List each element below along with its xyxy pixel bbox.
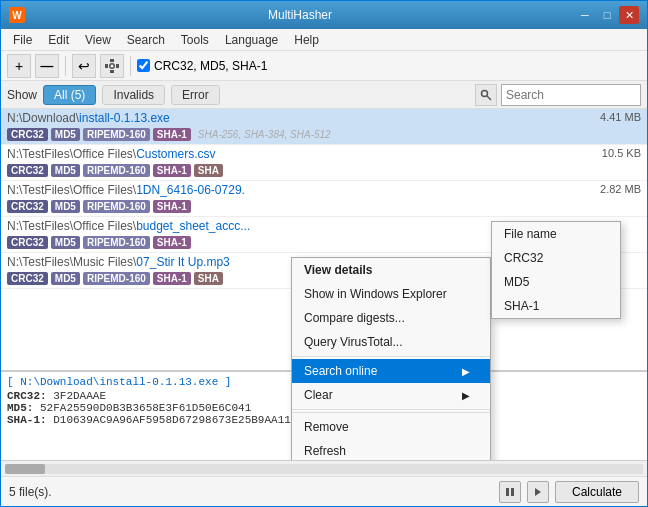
ctx-refresh[interactable]: Refresh: [292, 439, 490, 460]
app-icon: W: [9, 7, 25, 23]
settings-icon: [105, 59, 119, 73]
tag-sha1: SHA-1: [153, 164, 191, 177]
svg-line-7: [487, 96, 491, 100]
filter-error-button[interactable]: Error: [171, 85, 220, 105]
file-tags: CRC32 MD5 RIPEMD-160 SHA-1: [1, 199, 647, 216]
search-dropdown-button[interactable]: [475, 84, 497, 106]
menu-search[interactable]: Search: [119, 31, 173, 49]
tag-sha: SHA: [194, 272, 223, 285]
ctx-search-online[interactable]: Search online ▶: [292, 359, 490, 383]
maximize-button[interactable]: □: [597, 6, 617, 24]
tag-crc32: CRC32: [7, 236, 48, 249]
ctx-query-virustotal[interactable]: Query VirusTotal...: [292, 330, 490, 357]
file-count: 5 file(s).: [9, 485, 52, 499]
svg-rect-8: [506, 488, 509, 496]
file-size: 10.5 KB: [602, 147, 641, 159]
toolbar-separator-1: [65, 56, 66, 76]
file-path: N:\TestFiles\Office Files\Customers.csv: [1, 145, 647, 163]
file-size: 2.82 MB: [600, 183, 641, 195]
show-label: Show: [7, 88, 37, 102]
file-row[interactable]: N:\TestFiles\Office Files\1DN_6416-06-07…: [1, 181, 647, 217]
tag-sha: SHA: [194, 164, 223, 177]
tag-crc32: CRC32: [7, 164, 48, 177]
minimize-button[interactable]: ─: [575, 6, 595, 24]
file-row[interactable]: N:\Download\install-0.1.13.exe 4.41 MB C…: [1, 109, 647, 145]
svg-rect-0: [110, 59, 114, 62]
svg-marker-10: [535, 488, 541, 496]
tag-md5: MD5: [51, 272, 80, 285]
menu-file[interactable]: File: [5, 31, 40, 49]
calculate-button[interactable]: Calculate: [555, 481, 639, 503]
algo-checkbox-input[interactable]: [137, 59, 150, 72]
menu-help[interactable]: Help: [286, 31, 327, 49]
svg-rect-3: [116, 64, 119, 68]
tag-md5: MD5: [51, 164, 80, 177]
hash-preview: SHA-256, SHA-384, SHA-512: [198, 129, 331, 140]
tag-ripemd: RIPEMD-160: [83, 200, 150, 213]
window-title: MultiHasher: [25, 8, 575, 22]
submenu-crc32[interactable]: CRC32: [492, 246, 620, 270]
tag-sha1: SHA-1: [153, 128, 191, 141]
toolbar: + ─ ↩ CRC32, MD5, SHA-1: [1, 51, 647, 81]
tag-sha1: SHA-1: [153, 200, 191, 213]
main-window: W MultiHasher ─ □ ✕ File Edit View Searc…: [0, 0, 648, 507]
tag-md5: MD5: [51, 200, 80, 213]
search-input[interactable]: [501, 84, 641, 106]
file-tags: CRC32 MD5 RIPEMD-160 SHA-1 SHA-256, SHA-…: [1, 127, 647, 144]
filter-bar: Show All (5) Invalids Error: [1, 81, 647, 109]
content-area: N:\Download\install-0.1.13.exe 4.41 MB C…: [1, 109, 647, 460]
stop-button[interactable]: [527, 481, 549, 503]
pause-icon: [505, 487, 515, 497]
title-bar: W MultiHasher ─ □ ✕: [1, 1, 647, 29]
close-button[interactable]: ✕: [619, 6, 639, 24]
status-bar: 5 file(s). Calculate: [1, 476, 647, 506]
search-area: [475, 84, 641, 106]
submenu: File name CRC32 MD5 SHA-1: [491, 221, 621, 319]
ctx-remove[interactable]: Remove: [292, 412, 490, 439]
tag-ripemd: RIPEMD-160: [83, 164, 150, 177]
tag-ripemd: RIPEMD-160: [83, 128, 150, 141]
submenu-filename[interactable]: File name: [492, 222, 620, 246]
ctx-view-details[interactable]: View details: [292, 258, 490, 282]
scrollbar-thumb[interactable]: [5, 464, 45, 474]
stop-icon: [533, 487, 543, 497]
algo-label: CRC32, MD5, SHA-1: [154, 59, 267, 73]
add-button[interactable]: +: [7, 54, 31, 78]
submenu-sha1[interactable]: SHA-1: [492, 294, 620, 318]
menu-view[interactable]: View: [77, 31, 119, 49]
submenu-md5[interactable]: MD5: [492, 270, 620, 294]
tag-sha1: SHA-1: [153, 272, 191, 285]
toolbar-separator-2: [130, 56, 131, 76]
menu-tools[interactable]: Tools: [173, 31, 217, 49]
filter-invalids-button[interactable]: Invalids: [102, 85, 165, 105]
svg-rect-2: [105, 64, 108, 68]
file-row[interactable]: N:\TestFiles\Office Files\Customers.csv …: [1, 145, 647, 181]
algo-checkbox: CRC32, MD5, SHA-1: [137, 59, 267, 73]
svg-rect-1: [110, 70, 114, 73]
tag-crc32: CRC32: [7, 200, 48, 213]
svg-rect-9: [511, 488, 514, 496]
filter-all-button[interactable]: All (5): [43, 85, 96, 105]
svg-point-6: [482, 90, 488, 96]
file-size: 4.41 MB: [600, 111, 641, 123]
scrollbar-track: [5, 464, 643, 474]
tag-crc32: CRC32: [7, 128, 48, 141]
ctx-compare-digests[interactable]: Compare digests...: [292, 306, 490, 330]
settings-button[interactable]: [100, 54, 124, 78]
horizontal-scrollbar[interactable]: [1, 460, 647, 476]
menu-edit[interactable]: Edit: [40, 31, 77, 49]
remove-button[interactable]: ─: [35, 54, 59, 78]
ctx-show-explorer[interactable]: Show in Windows Explorer: [292, 282, 490, 306]
back-button[interactable]: ↩: [72, 54, 96, 78]
pause-button[interactable]: [499, 481, 521, 503]
tag-md5: MD5: [51, 128, 80, 141]
file-path: N:\Download\install-0.1.13.exe: [1, 109, 647, 127]
menu-language[interactable]: Language: [217, 31, 286, 49]
window-controls: ─ □ ✕: [575, 6, 639, 24]
menu-bar: File Edit View Search Tools Language Hel…: [1, 29, 647, 51]
file-tags: CRC32 MD5 RIPEMD-160 SHA-1 SHA: [1, 163, 647, 180]
ctx-clear[interactable]: Clear ▶: [292, 383, 490, 410]
svg-point-5: [111, 64, 114, 67]
search-icon: [480, 89, 492, 101]
file-path: N:\TestFiles\Office Files\1DN_6416-06-07…: [1, 181, 647, 199]
